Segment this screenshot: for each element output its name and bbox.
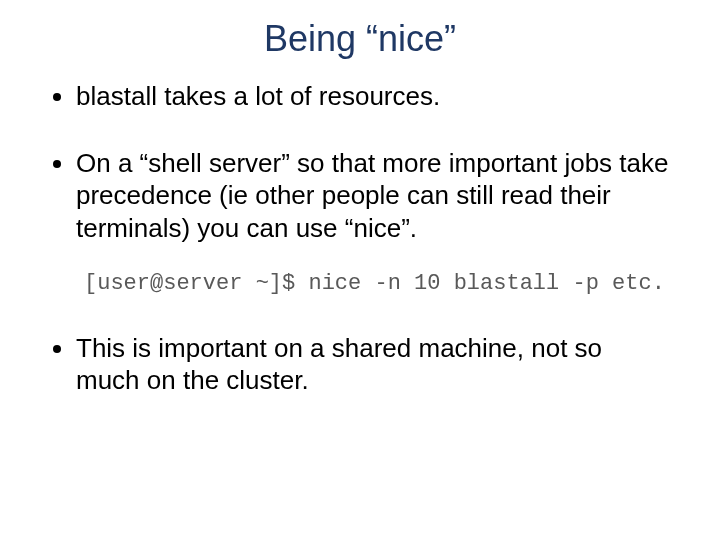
bullet-item: blastall takes a lot of resources.: [76, 80, 672, 113]
slide-title: Being “nice”: [48, 18, 672, 60]
code-example: [user@server ~]$ nice -n 10 blastall -p …: [84, 270, 672, 298]
bullet-item: This is important on a shared machine, n…: [76, 332, 672, 397]
slide: Being “nice” blastall takes a lot of res…: [0, 0, 720, 540]
bullet-list: This is important on a shared machine, n…: [48, 332, 672, 397]
bullet-list: blastall takes a lot of resources. On a …: [48, 80, 672, 244]
bullet-item: On a “shell server” so that more importa…: [76, 147, 672, 245]
